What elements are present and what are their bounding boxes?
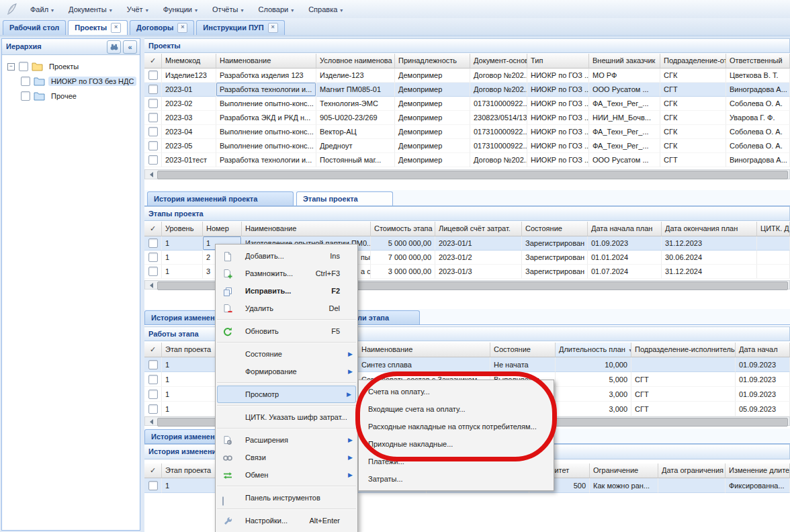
cell[interactable]: 3,000 bbox=[556, 402, 631, 416]
checkbox-cell[interactable] bbox=[144, 236, 162, 251]
cell[interactable]: Разработка изделия 123 bbox=[216, 69, 316, 83]
cell[interactable]: 017310000922... bbox=[470, 97, 527, 111]
cell[interactable]: 2023-01/1 bbox=[435, 236, 522, 251]
column-header[interactable]: Ограничение bbox=[590, 463, 658, 478]
menu-item-toolbar-toggle[interactable]: Панель инструментов bbox=[216, 489, 357, 506]
menu-item-refresh[interactable]: Обновить F5 bbox=[216, 322, 357, 340]
cell[interactable]: 1 bbox=[162, 265, 203, 279]
cell[interactable]: Цветкова В. Т. bbox=[726, 69, 790, 83]
menu-item-citk-cost-code[interactable]: ЦИТК. Указать шифр затрат... bbox=[216, 408, 357, 426]
cell[interactable] bbox=[658, 478, 726, 493]
cell[interactable]: 5,000 bbox=[556, 372, 631, 387]
cell[interactable] bbox=[631, 357, 736, 372]
row-checkbox[interactable] bbox=[148, 99, 158, 108]
tab-project-stages[interactable]: Этапы проекта bbox=[296, 191, 393, 206]
cell[interactable]: ООО Русатом ... bbox=[589, 153, 660, 167]
column-header[interactable]: Дата ограничения bbox=[658, 463, 726, 478]
table-row[interactable]: 2023-01тестРазработка технологии и...Пос… bbox=[144, 153, 790, 167]
cell[interactable]: ФА_Техн_Рег_... bbox=[589, 97, 660, 111]
cell[interactable]: Вектор-АЦ bbox=[316, 125, 395, 139]
cell[interactable]: Соболева О. А. bbox=[726, 125, 790, 139]
cell[interactable]: Выполнение опытно-конс... bbox=[216, 125, 316, 139]
cell[interactable]: СГК bbox=[660, 139, 726, 153]
cell[interactable]: 1 bbox=[162, 251, 203, 265]
column-header[interactable]: Условное наименова bbox=[316, 54, 395, 69]
cell[interactable]: Уварова Г. Ф. bbox=[726, 111, 790, 125]
cell[interactable]: НИОКР по ГОЗ ... bbox=[527, 83, 589, 97]
column-header[interactable]: Длительность план▼ bbox=[556, 343, 631, 357]
cell[interactable]: 01.09.2023 bbox=[736, 387, 790, 402]
checkbox-cell[interactable] bbox=[144, 265, 162, 279]
cell[interactable]: Зарегистрирован bbox=[522, 251, 588, 265]
cell[interactable]: Постоянный маг... bbox=[316, 153, 395, 167]
checkbox-cell[interactable] bbox=[144, 97, 162, 111]
search-binoculars-button[interactable] bbox=[107, 40, 121, 54]
row-checkbox[interactable] bbox=[148, 481, 158, 490]
cell[interactable]: СГК bbox=[660, 69, 726, 83]
checkbox-cell[interactable] bbox=[144, 83, 162, 97]
tab-desktop[interactable]: Рабочий стол bbox=[3, 20, 66, 35]
cell[interactable]: 2023-02 bbox=[162, 97, 216, 111]
cell[interactable]: 2023-01/3 bbox=[435, 265, 522, 279]
column-header[interactable]: Наименование bbox=[358, 343, 490, 357]
scroll-left-button[interactable] bbox=[146, 282, 156, 288]
column-header[interactable]: Внешний заказчик bbox=[589, 54, 660, 69]
checkbox-cell[interactable] bbox=[144, 69, 162, 83]
menubar-item-help[interactable]: Справка▾ bbox=[301, 3, 350, 16]
row-checkbox[interactable] bbox=[148, 360, 158, 369]
menubar-item-reports[interactable]: Отчёты▾ bbox=[205, 3, 251, 16]
cell[interactable]: 1 bbox=[162, 372, 222, 387]
cell[interactable]: Зарегистрирован bbox=[522, 265, 588, 279]
cell[interactable] bbox=[757, 236, 790, 251]
checkbox-cell[interactable] bbox=[144, 372, 162, 387]
cell[interactable]: Демопример bbox=[395, 153, 470, 167]
scrollbar-thumb[interactable] bbox=[157, 171, 788, 179]
column-header[interactable]: Наименование bbox=[242, 222, 371, 236]
cell[interactable]: Демопример bbox=[395, 83, 470, 97]
cell[interactable]: Демопример bbox=[395, 125, 470, 139]
cell[interactable]: Договор №202... bbox=[470, 83, 527, 97]
cell[interactable]: НИИ_НМ_Бочв... bbox=[589, 111, 660, 125]
cell[interactable]: 31.12.2024 bbox=[662, 265, 757, 279]
cell[interactable]: Разработка технологии и... bbox=[216, 83, 316, 97]
table-row[interactable]: Изделие123Разработка изделия 123Изделие-… bbox=[144, 69, 790, 83]
column-header[interactable]: Номер bbox=[203, 222, 242, 236]
submenu-item-payments[interactable]: Платежи... bbox=[359, 453, 554, 470]
cell[interactable]: 2023-01/2 bbox=[435, 251, 522, 265]
cell[interactable]: НИОКР по ГОЗ ... bbox=[527, 125, 589, 139]
cell[interactable]: 017310000922... bbox=[470, 139, 527, 153]
menu-item-state[interactable]: Состояние ▶ bbox=[216, 345, 357, 363]
column-header[interactable]: Уровень bbox=[162, 222, 203, 236]
select-column-header[interactable]: ✓ bbox=[144, 343, 162, 357]
row-checkbox[interactable] bbox=[148, 71, 158, 80]
row-checkbox[interactable] bbox=[148, 85, 158, 94]
cell[interactable]: НИОКР по ГОЗ ... bbox=[527, 97, 589, 111]
cell[interactable]: Демопример bbox=[395, 97, 470, 111]
menu-item-extensions[interactable]: Расширения ▶ bbox=[216, 431, 357, 449]
row-checkbox[interactable] bbox=[148, 404, 158, 414]
menubar-item-accounting[interactable]: Учёт▾ bbox=[120, 3, 156, 16]
cell[interactable]: Выполнение опытно-конс... bbox=[216, 139, 316, 153]
cell[interactable]: 2023-01 bbox=[162, 83, 216, 97]
row-checkbox[interactable] bbox=[148, 238, 158, 248]
column-header[interactable]: Дата начала план bbox=[588, 222, 662, 236]
column-header[interactable]: Дата окончания план bbox=[662, 222, 757, 236]
checkbox-cell[interactable] bbox=[144, 357, 162, 372]
column-header[interactable]: Подразделение-исполнитель.. bbox=[631, 343, 736, 357]
cell[interactable]: Соболева О. А. bbox=[726, 139, 790, 153]
cell[interactable]: Демопример bbox=[395, 69, 470, 83]
close-tab-icon[interactable]: × bbox=[111, 23, 121, 33]
cell[interactable]: 10,000 bbox=[556, 357, 631, 372]
cell[interactable]: Демопример bbox=[395, 139, 470, 153]
row-checkbox[interactable] bbox=[148, 267, 158, 276]
node-checkbox[interactable] bbox=[21, 91, 30, 101]
cell[interactable]: 1 bbox=[162, 357, 222, 372]
cell[interactable]: Дредноут bbox=[316, 139, 395, 153]
cell[interactable]: 05.09.2023 bbox=[736, 402, 790, 416]
column-header[interactable]: Состояние bbox=[490, 343, 556, 357]
checkbox-cell[interactable] bbox=[144, 402, 162, 416]
row-checkbox[interactable] bbox=[148, 141, 158, 150]
table-row[interactable]: 2023-01Разработка технологии и...Магнит … bbox=[144, 83, 790, 97]
cell[interactable]: Не начата bbox=[490, 357, 556, 372]
cell[interactable]: Изделие-123 bbox=[316, 69, 395, 83]
